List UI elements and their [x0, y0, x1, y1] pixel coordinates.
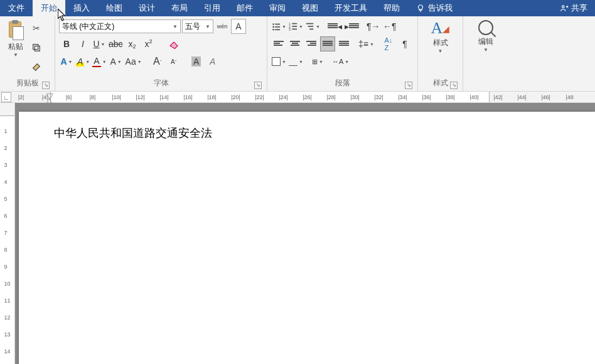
grow-font-button[interactable]: Aˇ	[150, 54, 165, 69]
cut-button[interactable]: ✂	[30, 22, 43, 35]
line-spacing-button[interactable]: ‡≡▼	[358, 36, 375, 51]
shading-icon	[272, 57, 281, 66]
font-size-combo[interactable]: 五号▼	[182, 19, 213, 33]
share-label: 共享	[571, 3, 587, 14]
char-scale-button[interactable]: ↔A▼	[331, 54, 350, 69]
tab-insert[interactable]: 插入	[65, 0, 98, 16]
increase-indent-button[interactable]: ▸	[344, 19, 360, 34]
chevron-down-icon: ▼	[299, 60, 303, 64]
highlight-icon: A	[76, 56, 84, 67]
font-color-button[interactable]: A▼	[92, 54, 107, 69]
multilevel-button[interactable]: ▼	[305, 19, 321, 34]
numbering-button[interactable]: 123▼	[288, 19, 304, 34]
svg-point-3	[272, 23, 274, 25]
format-painter-button[interactable]	[30, 61, 43, 73]
char-shading-icon: A	[110, 56, 115, 67]
tab-tellme[interactable]: 告诉我	[408, 0, 461, 16]
underline-button[interactable]: U▼	[92, 36, 107, 51]
font-name-combo[interactable]: 等线 (中文正文)▼	[59, 19, 181, 33]
borders-button[interactable]: ▼	[288, 54, 304, 69]
sort-button[interactable]: A↓Z	[381, 36, 396, 51]
shrink-font-button[interactable]: Aˇ	[166, 54, 181, 69]
bold-button[interactable]: B	[59, 36, 74, 51]
align-left-icon	[274, 40, 284, 48]
align-justify-icon	[323, 40, 333, 48]
subscript-button[interactable]: x2	[125, 36, 140, 51]
group-paragraph: ▼ 123▼ ▼ ◂ ▸ ¶→ ←¶ ‡≡▼ A↓Z ¶	[267, 16, 418, 91]
strikethrough-button[interactable]: abc	[108, 36, 124, 51]
clear-format-button[interactable]	[166, 36, 181, 51]
dialog-launcher-icon[interactable]: ↘	[254, 82, 262, 89]
show-marks-button[interactable]: ¶	[397, 36, 412, 51]
align-center-button[interactable]	[287, 36, 303, 51]
tab-references[interactable]: 引用	[196, 0, 228, 16]
tab-developer[interactable]: 开发工具	[326, 0, 375, 16]
decrease-indent-button[interactable]: ◂	[327, 19, 343, 34]
char-shading-button[interactable]: A▼	[109, 54, 124, 69]
ltr-button[interactable]: ¶→	[366, 19, 381, 34]
styles-button[interactable]: A◢ 样式 ▼	[427, 19, 454, 77]
align-justify-button[interactable]	[320, 36, 335, 51]
tab-help[interactable]: 帮助	[375, 0, 408, 16]
tab-review[interactable]: 审阅	[261, 0, 294, 16]
tab-view[interactable]: 视图	[294, 0, 326, 16]
svg-rect-17	[309, 29, 313, 30]
chevron-down-icon: ▼	[205, 24, 210, 29]
document-text[interactable]: 中华人民共和国道路交通安全法	[54, 126, 595, 141]
distributed-button[interactable]	[336, 36, 351, 51]
italic-icon: I	[82, 39, 84, 49]
ruler-horizontal[interactable]: ∟ ▽ △ |2||4||6||8||10||12||14||16||18||2…	[0, 92, 595, 103]
tab-draw[interactable]: 绘图	[98, 0, 131, 16]
align-left-button[interactable]	[271, 36, 286, 51]
pilcrow-icon: ¶	[402, 39, 407, 49]
share-icon	[560, 4, 569, 13]
char-border-button[interactable]: A	[231, 19, 246, 34]
chevron-down-icon: ▼	[473, 47, 499, 53]
paste-icon	[6, 20, 25, 40]
line-spacing-icon: ‡≡	[358, 39, 368, 49]
snap-grid-button[interactable]: ⊞▼	[310, 54, 325, 69]
dialog-launcher-icon[interactable]: ↘	[405, 82, 412, 89]
enclosed-char-button[interactable]: A	[189, 54, 204, 69]
superscript-button[interactable]: x2	[141, 36, 156, 51]
chevron-down-icon: ▼	[68, 60, 73, 64]
styles-icon: A◢	[427, 19, 454, 38]
decrease-indent-icon	[328, 23, 338, 30]
tab-file[interactable]: 文件	[0, 0, 33, 16]
page-area[interactable]: 中华人民共和国道路交通安全法	[15, 103, 595, 364]
dialog-launcher-icon[interactable]: ↘	[42, 82, 50, 89]
chevron-down-icon: ▼	[117, 60, 122, 64]
tab-mailings[interactable]: 邮件	[228, 0, 261, 16]
shrink-font-icon: A	[171, 58, 175, 65]
circled-char-button[interactable]: A	[205, 54, 220, 69]
styles-label: 样式	[427, 38, 454, 48]
tab-layout[interactable]: 布局	[163, 0, 196, 16]
svg-rect-16	[308, 26, 313, 27]
paste-button[interactable]: 粘贴 ▼	[5, 19, 26, 58]
tab-design[interactable]: 设计	[131, 0, 163, 16]
svg-rect-15	[306, 23, 313, 24]
svg-rect-12	[292, 26, 297, 27]
svg-rect-4	[275, 24, 280, 25]
share-button[interactable]: 共享	[552, 0, 595, 16]
highlight-button[interactable]: A▼	[75, 54, 90, 69]
tab-selector[interactable]: ∟	[1, 92, 11, 102]
shading-button[interactable]: ▼	[271, 54, 287, 69]
document-page[interactable]: 中华人民共和国道路交通安全法	[19, 112, 595, 364]
chevron-down-icon: ▼	[102, 60, 107, 64]
svg-point-7	[272, 29, 274, 31]
change-case-button[interactable]: Aa▼	[125, 54, 142, 69]
editing-button[interactable]: 编辑 ▼	[473, 19, 499, 78]
tab-home[interactable]: 开始	[33, 0, 65, 16]
phonetic-guide-button[interactable]: wén	[215, 19, 230, 34]
bullets-button[interactable]: ▼	[271, 19, 287, 34]
align-right-button[interactable]	[304, 36, 319, 51]
copy-icon	[31, 43, 41, 53]
italic-button[interactable]: I	[75, 36, 90, 51]
ruler-vertical[interactable]: 123456789101112131415	[0, 103, 15, 364]
rtl-button[interactable]: ←¶	[382, 19, 397, 34]
text-effects-button[interactable]: A▼	[59, 54, 74, 69]
dialog-launcher-icon[interactable]: ↘	[450, 82, 458, 89]
copy-button[interactable]	[30, 41, 43, 54]
numbering-icon: 123	[289, 22, 298, 31]
